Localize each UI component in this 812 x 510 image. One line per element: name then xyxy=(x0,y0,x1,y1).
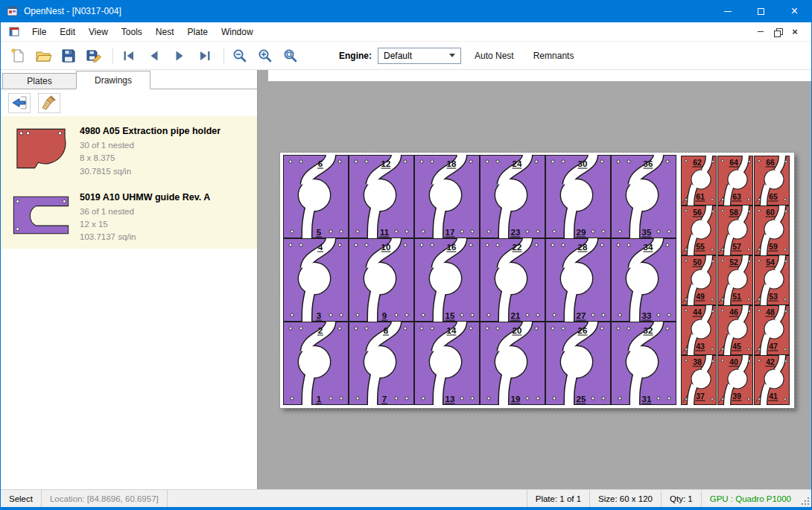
menu-item-edit[interactable]: Edit xyxy=(53,23,82,41)
svg-text:36: 36 xyxy=(644,159,653,168)
menu-item-window[interactable]: Window xyxy=(215,23,260,41)
nav-last-button[interactable] xyxy=(194,45,216,67)
remnants-button[interactable]: Remnants xyxy=(527,46,580,66)
plate-svg[interactable]: 6512111817242330293635431091615222128273… xyxy=(280,153,794,408)
svg-text:55: 55 xyxy=(696,242,705,251)
open-button[interactable] xyxy=(32,45,54,67)
mdi-close-button[interactable]: × xyxy=(787,25,802,39)
svg-text:24: 24 xyxy=(513,159,522,168)
red-part-thumbnail xyxy=(11,124,71,173)
zoom-out-icon xyxy=(232,48,248,64)
status-spacer xyxy=(168,490,527,507)
open-folder-icon xyxy=(35,48,52,64)
zoom-in-button[interactable] xyxy=(254,45,276,67)
drawing-item-1[interactable]: 4980 A05 Extraction pipe holder 30 of 1 … xyxy=(1,116,257,182)
save-button[interactable] xyxy=(57,45,80,67)
mdi-restore-button[interactable] xyxy=(770,25,785,39)
menu-item-plate[interactable]: Plate xyxy=(181,23,215,41)
menu-item-tools[interactable]: Tools xyxy=(115,23,149,41)
zoom-out-button[interactable] xyxy=(229,45,251,67)
svg-text:57: 57 xyxy=(732,242,741,251)
drawing-info: 4980 A05 Extraction pipe holder 30 of 1 … xyxy=(80,121,221,178)
svg-text:33: 33 xyxy=(642,311,652,320)
drawing-item-2[interactable]: 5019 A10 UHMW guide Rev. A 36 of 1 neste… xyxy=(1,182,257,249)
svg-text:52: 52 xyxy=(729,258,738,267)
auto-nest-button[interactable]: Auto Nest xyxy=(469,46,520,66)
assign-part-button[interactable] xyxy=(8,93,31,113)
maximize-button[interactable] xyxy=(744,0,778,22)
drawing-area: 30.7815 sq/in xyxy=(80,165,221,178)
drawing-size: 8 x 8.375 xyxy=(80,152,221,165)
drawing-nested-count: 30 of 1 nested xyxy=(80,139,221,152)
clean-button[interactable] xyxy=(38,93,60,113)
menu-item-view[interactable]: View xyxy=(82,23,115,41)
svg-text:10: 10 xyxy=(381,243,391,252)
toolbar-separator xyxy=(112,48,113,64)
svg-text:32: 32 xyxy=(644,326,653,335)
menu-bar: File Edit View Tools Nest Plate Window × xyxy=(1,22,811,42)
svg-text:41: 41 xyxy=(769,392,778,401)
svg-text:45: 45 xyxy=(732,342,741,351)
svg-text:60: 60 xyxy=(766,208,775,217)
mdi-minimize-button[interactable] xyxy=(753,25,768,39)
svg-text:29: 29 xyxy=(577,228,586,237)
tab-plates[interactable]: Plates xyxy=(2,73,77,89)
drawing-nested-count: 36 of 1 nested xyxy=(80,205,210,218)
svg-text:61: 61 xyxy=(696,192,705,201)
drawing-title: 4980 A05 Extraction pipe holder xyxy=(80,126,221,136)
svg-text:37: 37 xyxy=(696,392,705,401)
status-plate: Plate: 1 of 1 xyxy=(527,490,589,507)
svg-text:56: 56 xyxy=(693,208,702,217)
save-icon xyxy=(60,48,77,64)
svg-text:2: 2 xyxy=(318,326,323,335)
nest-canvas[interactable]: 6512111817242330293635431091615222128273… xyxy=(258,70,811,489)
first-arrow-icon xyxy=(121,48,137,64)
svg-text:22: 22 xyxy=(513,243,522,252)
svg-text:34: 34 xyxy=(644,243,653,252)
svg-text:27: 27 xyxy=(577,311,586,320)
parts-panel: Plates Drawings xyxy=(1,70,258,489)
svg-text:26: 26 xyxy=(578,326,588,335)
canvas-top-strip xyxy=(268,70,811,81)
engine-select[interactable]: Default xyxy=(378,48,461,64)
svg-text:47: 47 xyxy=(769,342,778,351)
svg-text:50: 50 xyxy=(693,258,702,267)
svg-text:53: 53 xyxy=(769,292,778,301)
svg-text:12: 12 xyxy=(381,159,391,168)
tab-drawings[interactable]: Drawings xyxy=(76,71,150,89)
main-toolbar: Engine: Default Auto Nest Remnants xyxy=(1,42,811,70)
svg-text:54: 54 xyxy=(766,258,775,267)
app-window: OpenNest - [N0317-004] × File Edit View … xyxy=(0,0,812,510)
minimize-button[interactable] xyxy=(711,0,744,22)
resize-grip[interactable] xyxy=(799,490,811,507)
save-as-button[interactable] xyxy=(83,45,105,67)
svg-text:35: 35 xyxy=(642,228,652,237)
menu-item-nest[interactable]: Nest xyxy=(149,23,181,41)
drawings-toolbar xyxy=(1,89,257,116)
save-as-icon xyxy=(86,48,103,64)
svg-text:58: 58 xyxy=(729,208,738,217)
svg-text:18: 18 xyxy=(447,159,457,168)
menu-item-file[interactable]: File xyxy=(25,23,53,41)
zoom-fit-button[interactable] xyxy=(279,45,302,67)
svg-text:63: 63 xyxy=(732,192,741,201)
svg-text:23: 23 xyxy=(511,228,521,237)
svg-text:3: 3 xyxy=(317,311,321,320)
nav-prev-button[interactable] xyxy=(143,45,165,67)
svg-text:25: 25 xyxy=(577,395,586,404)
status-mode: Select xyxy=(1,490,42,507)
engine-label: Engine: xyxy=(339,51,372,61)
svg-text:20: 20 xyxy=(513,326,522,335)
svg-text:62: 62 xyxy=(693,158,702,167)
nav-next-button[interactable] xyxy=(168,45,191,67)
engine-selected-value: Default xyxy=(384,51,412,61)
close-button[interactable]: × xyxy=(778,0,811,22)
mdi-restore-icon xyxy=(774,28,781,36)
new-button[interactable] xyxy=(7,45,29,67)
status-gpu: GPU : Quadro P1000 xyxy=(701,490,799,507)
zoom-in-icon xyxy=(257,48,273,64)
nav-first-button[interactable] xyxy=(118,45,140,67)
plate[interactable]: 6512111817242330293635431091615222128273… xyxy=(280,153,794,408)
assign-left-arrow-icon xyxy=(10,95,28,111)
svg-text:5: 5 xyxy=(317,228,322,237)
